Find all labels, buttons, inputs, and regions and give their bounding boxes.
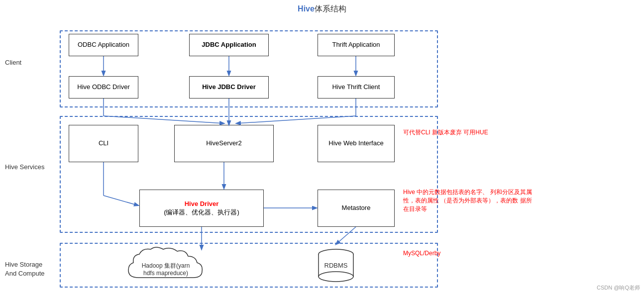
hadoop-cloud: Hadoop 集群(yarn hdfs mapreduce) — [123, 245, 208, 285]
hive-web-annotation: 可代替CLI 新版本废弃 可用HUE — [403, 128, 488, 137]
watermark: CSDN @响Q老师 — [597, 284, 640, 292]
metastore-annotation: Hive 中的元数据包括表的名字、 列和分区及其属性，表的属性 （是否为外部表等… — [403, 188, 533, 213]
storage-region — [60, 243, 438, 288]
title: Hive体系结构 — [0, 0, 644, 16]
svg-text:RDBMS: RDBMS — [324, 262, 348, 269]
storage-label: Hive StorageAnd Compute — [5, 260, 45, 278]
odbc-driver-box: Hive ODBC Driver — [69, 76, 138, 99]
rdbms-cylinder: RDBMS — [316, 245, 356, 285]
odbc-app-box: ODBC Application — [69, 34, 138, 56]
thrift-client-box: Hive Thrift Client — [318, 76, 395, 99]
hiveserver2-box: HiveServer2 — [174, 125, 274, 162]
svg-text:Hadoop 集群(yarn: Hadoop 集群(yarn — [142, 262, 190, 269]
jdbc-driver-box: Hive JDBC Driver — [189, 76, 269, 99]
cli-box: CLI — [69, 125, 138, 162]
metastore-box: Metastore — [318, 190, 395, 227]
jdbc-app-box: JDBC Application — [189, 34, 269, 56]
client-label: Client — [5, 59, 21, 66]
svg-text:hdfs mapreduce): hdfs mapreduce) — [143, 270, 188, 277]
hive-web-box: Hive Web Interface — [318, 125, 395, 162]
rdbms-annotation: MySQL/Derby — [403, 249, 440, 258]
services-label: Hive Services — [5, 163, 44, 171]
svg-point-6 — [319, 272, 353, 282]
thrift-app-box: Thrift Application — [318, 34, 395, 56]
hive-driver-box: Hive Driver (编译器、优化器、执行器) — [139, 190, 264, 227]
